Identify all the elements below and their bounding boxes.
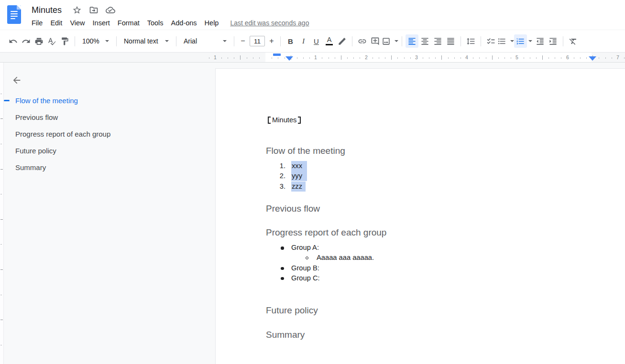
doc-heading-flow[interactable]: Flow of the meeting	[266, 145, 345, 157]
outline-item-summary[interactable]: Summary	[0, 159, 211, 176]
list-item[interactable]: 2. yyy	[216, 171, 625, 181]
menu-addons[interactable]: Add-ons	[167, 18, 201, 28]
list-item[interactable]: Aaaaa aaa aaaaa.	[216, 253, 625, 263]
cloud-saved-icon[interactable]	[106, 5, 115, 15]
outline-item-previous-flow[interactable]: Previous flow	[0, 109, 211, 126]
doc-intro-text[interactable]: Minutes	[272, 115, 296, 125]
back-arrow-icon	[11, 75, 22, 86]
close-outline-button[interactable]	[11, 75, 24, 87]
decrease-indent-icon	[536, 37, 545, 46]
ruler-number: 1	[314, 54, 317, 61]
menu-format[interactable]: Format	[114, 18, 143, 28]
document-canvas: Flow of the meeting Previous flow Progre…	[0, 63, 625, 364]
numbered-list-button[interactable]	[514, 34, 527, 48]
bulleted-list-icon	[497, 37, 506, 46]
menu-tools[interactable]: Tools	[143, 18, 167, 28]
doc-intro-line[interactable]: Minutes	[268, 115, 301, 125]
list-item[interactable]: Group A:	[216, 243, 625, 253]
right-indent-marker[interactable]	[589, 56, 596, 61]
doc-heading-summary[interactable]: Summary	[266, 329, 305, 341]
insert-link-button[interactable]	[356, 34, 369, 48]
toolbar-divider	[116, 36, 117, 46]
align-center-button[interactable]	[418, 34, 431, 48]
justify-icon	[446, 37, 455, 46]
menu-edit[interactable]: Edit	[46, 18, 66, 28]
increase-indent-button[interactable]	[547, 34, 559, 48]
selected-text[interactable]: xxx	[291, 161, 307, 171]
doc-heading-future[interactable]: Future policy	[266, 304, 318, 317]
styles-value: Normal text	[124, 37, 161, 45]
line-spacing-button[interactable]	[464, 34, 477, 48]
google-docs-window: Minutes File Edit View Insert Format Too…	[0, 0, 625, 364]
paragraph-styles-select[interactable]: Normal text	[120, 34, 173, 48]
bold-button[interactable]: B	[284, 34, 297, 48]
toolbar: 100% Normal text Arial − 11 + B I U A	[0, 30, 625, 53]
list-number: 2.	[272, 171, 285, 181]
star-icon[interactable]	[72, 5, 82, 15]
clear-formatting-icon	[569, 37, 578, 46]
ruler-number: 6	[566, 54, 569, 61]
doc-heading-previous[interactable]: Previous flow	[266, 203, 320, 215]
docs-logo-icon[interactable]	[7, 5, 21, 24]
spellcheck-button[interactable]	[45, 34, 58, 48]
font-value: Arial	[184, 37, 219, 45]
list-item[interactable]: Group C:	[216, 273, 625, 283]
doc-heading-progress[interactable]: Progress report of each group	[266, 226, 386, 239]
undo-button[interactable]	[7, 34, 20, 48]
list-item[interactable]: 3. zzz	[216, 182, 625, 192]
list-item[interactable]: Group B:	[216, 263, 625, 273]
zoom-value: 100%	[82, 37, 101, 45]
document-title[interactable]: Minutes	[32, 5, 62, 15]
numbered-list-icon	[516, 37, 525, 46]
checklist-button[interactable]	[484, 34, 497, 48]
doc-numbered-list: 1. xxx 2. yyy 3. zzz	[216, 161, 625, 192]
outline-panel: Flow of the meeting Previous flow Progre…	[0, 63, 211, 364]
checklist-icon	[486, 37, 495, 46]
outline-item-progress-report[interactable]: Progress report of each group	[0, 126, 211, 142]
numbered-list-menu-button[interactable]	[527, 34, 534, 48]
outline-item-future-policy[interactable]: Future policy	[0, 142, 211, 159]
header: Minutes File Edit View Insert Format Too…	[0, 0, 625, 30]
clear-formatting-button[interactable]	[567, 34, 580, 48]
selected-text[interactable]: yyy	[291, 171, 307, 181]
first-line-indent-marker[interactable]	[273, 54, 281, 56]
font-family-select[interactable]: Arial	[180, 34, 230, 48]
zoom-select[interactable]: 100%	[78, 34, 113, 48]
last-edit-link[interactable]: Last edit was seconds ago	[230, 19, 309, 27]
paint-format-button[interactable]	[58, 34, 71, 48]
move-to-folder-icon[interactable]	[89, 5, 99, 15]
underline-button[interactable]: U	[310, 34, 323, 48]
list-item[interactable]: 1. xxx	[216, 161, 625, 171]
menu-file[interactable]: File	[28, 18, 46, 28]
outline-item-flow-of-the-meeting[interactable]: Flow of the meeting	[0, 92, 211, 109]
justify-button[interactable]	[444, 34, 457, 48]
add-comment-button[interactable]	[369, 34, 382, 48]
align-right-button[interactable]	[431, 34, 444, 48]
highlight-color-button[interactable]	[336, 34, 349, 48]
ruler-number: 4	[465, 54, 468, 61]
toolbar-divider	[402, 36, 402, 46]
line-spacing-icon	[466, 37, 475, 46]
bulleted-list-button[interactable]	[497, 34, 514, 48]
decrease-indent-button[interactable]	[534, 34, 547, 48]
menu-view[interactable]: View	[66, 18, 88, 28]
menu-insert[interactable]: Insert	[89, 18, 114, 28]
selected-text[interactable]: zzz	[291, 182, 306, 192]
toolbar-divider	[234, 36, 234, 46]
spellcheck-icon	[47, 37, 56, 46]
insert-image-button[interactable]	[382, 34, 398, 48]
left-indent-marker[interactable]	[285, 56, 293, 61]
decrease-font-size-button[interactable]: −	[238, 35, 248, 47]
align-right-icon	[433, 37, 442, 46]
font-size-input[interactable]: 11	[250, 36, 265, 46]
increase-font-size-button[interactable]: +	[266, 35, 277, 47]
menu-help[interactable]: Help	[201, 18, 223, 28]
align-left-button[interactable]	[406, 34, 418, 48]
italic-button[interactable]: I	[297, 34, 310, 48]
redo-button[interactable]	[20, 34, 33, 48]
document-page[interactable]: Minutes Flow of the meeting 1. xxx 2. yy…	[215, 68, 625, 364]
horizontal-ruler[interactable]: 1 1 2 3 4 5 6 7	[0, 53, 625, 63]
print-button[interactable]	[33, 34, 45, 48]
ruler-number: 3	[415, 54, 418, 61]
text-color-button[interactable]: A	[323, 34, 336, 48]
